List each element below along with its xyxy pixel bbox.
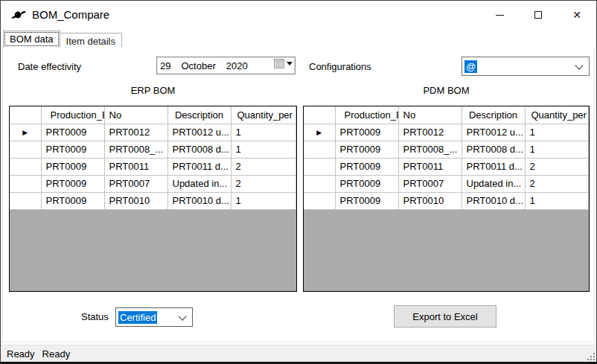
table-row: PRT0009PRT0010PRT0010 d...1 (10, 192, 296, 209)
column-header[interactable]: Production_E (335, 106, 398, 124)
tab-bom-data[interactable]: BOM data (3, 31, 60, 48)
erp-bom-grid[interactable]: Production_ENoDescriptionQuantity_per▶PR… (9, 106, 297, 292)
cell[interactable]: Updated in... (462, 175, 525, 192)
row-selector[interactable] (10, 192, 41, 209)
column-header[interactable]: No (104, 106, 167, 124)
date-effectivity-picker[interactable]: 29 October 2020 (156, 57, 296, 74)
status-selected-value: Certified (118, 311, 157, 324)
column-header[interactable]: No (398, 106, 462, 124)
cell[interactable]: PRT0011 d... (167, 158, 231, 175)
cell[interactable]: PRT0012 u... (462, 124, 525, 141)
cell[interactable]: 2 (231, 158, 296, 175)
date-effectivity-label: Date effectivity (18, 61, 81, 72)
cell[interactable]: PRT0010 d... (462, 192, 525, 209)
row-selector[interactable] (304, 158, 335, 175)
date-day: 29 (160, 60, 170, 71)
cell[interactable]: PRT0009 (335, 175, 398, 192)
close-button[interactable]: ✕ (558, 1, 596, 29)
pdm-bom-table: Production_ENoDescriptionQuantity_per▶PR… (304, 106, 589, 210)
tab-item-details[interactable]: Item details (60, 33, 122, 48)
configurations-selected-value: @ (464, 60, 477, 73)
cell[interactable]: Updated in... (167, 175, 231, 192)
close-icon: ✕ (572, 10, 581, 20)
cell[interactable]: PRT0008 d... (167, 141, 231, 158)
cell[interactable]: PRT0010 d... (167, 192, 231, 209)
calendar-icon (274, 59, 284, 68)
cell[interactable]: 2 (231, 175, 296, 192)
table-row: PRT0009PRT0008_...PRT0008 d...1 (10, 141, 296, 158)
cell[interactable]: PRT0008 d... (462, 141, 525, 158)
cell[interactable]: PRT0009 (41, 158, 104, 175)
cell[interactable]: PRT0012 u... (167, 124, 231, 141)
cell[interactable]: PRT0009 (335, 192, 398, 209)
cell[interactable]: PRT0008_... (398, 141, 462, 158)
configurations-label: Configurations (309, 61, 371, 72)
app-window: BOM_Compare ✕ BOM data Item details Date… (0, 0, 597, 364)
configurations-combobox[interactable]: @ (462, 57, 590, 76)
cell[interactable]: PRT0010 (104, 192, 167, 209)
cell[interactable]: PRT0011 (398, 158, 462, 175)
cell[interactable]: 1 (525, 141, 589, 158)
table-row: PRT0009PRT0007Updated in...2 (304, 175, 589, 192)
cell[interactable]: PRT0009 (41, 175, 104, 192)
current-row-arrow-icon[interactable]: ▶ (10, 124, 41, 141)
table-row: PRT0009PRT0011PRT0011 d...2 (304, 158, 589, 175)
title-bar[interactable]: BOM_Compare ✕ (1, 1, 596, 29)
status-label: Status (81, 311, 109, 322)
cell[interactable]: PRT0012 (104, 124, 167, 141)
cell[interactable]: 1 (525, 192, 589, 209)
resize-grip-icon[interactable] (586, 351, 595, 360)
row-selector[interactable] (304, 141, 335, 158)
cell[interactable]: PRT0009 (335, 141, 398, 158)
column-header[interactable]: Description (462, 106, 525, 124)
column-header[interactable]: Description (167, 106, 231, 124)
minimize-button[interactable] (480, 1, 519, 29)
status-bar: Ready Ready (1, 345, 596, 362)
cell[interactable]: 2 (525, 175, 589, 192)
export-to-excel-button[interactable]: Export to Excel (394, 305, 497, 328)
bom-data-tab-page: Date effectivity 29 October 2020 Configu… (2, 47, 595, 342)
minimize-icon (496, 15, 504, 16)
cell[interactable]: 1 (525, 124, 589, 141)
row-selector[interactable] (10, 141, 41, 158)
cell[interactable]: PRT0012 (398, 124, 462, 141)
cell[interactable]: 1 (231, 192, 296, 209)
current-row-arrow-icon[interactable]: ▶ (304, 124, 335, 141)
column-header[interactable]: Production_E (41, 106, 104, 124)
cell[interactable]: 1 (231, 141, 296, 158)
cell[interactable]: PRT0011 d... (462, 158, 525, 175)
cell[interactable]: PRT0009 (335, 158, 398, 175)
erp-bom-title: ERP BOM (9, 85, 297, 96)
cell[interactable]: PRT0009 (41, 124, 104, 141)
cell[interactable]: PRT0007 (104, 175, 167, 192)
row-selector[interactable] (10, 175, 41, 192)
column-header[interactable]: Quantity_per (231, 106, 296, 124)
chevron-down-icon (178, 312, 186, 320)
cell[interactable]: PRT0008_... (104, 141, 167, 158)
row-header-corner[interactable] (10, 106, 41, 124)
status-combobox[interactable]: Certified (115, 307, 193, 327)
row-header-corner[interactable] (304, 106, 335, 124)
cell[interactable]: 2 (525, 158, 589, 175)
compare-arrows-icon (10, 9, 27, 21)
table-row: PRT0009PRT0011PRT0011 d...2 (10, 158, 296, 175)
cell[interactable]: PRT0011 (104, 158, 167, 175)
status-bar-text: Ready (7, 348, 35, 360)
table-row: PRT0009PRT0008_...PRT0008 d...1 (304, 141, 589, 158)
cell[interactable]: PRT0009 (335, 124, 398, 141)
cell[interactable]: PRT0007 (398, 175, 462, 192)
cell[interactable]: PRT0009 (41, 192, 104, 209)
row-selector[interactable] (304, 175, 335, 192)
status-bar-text: Ready (42, 348, 71, 360)
pdm-bom-grid[interactable]: Production_ENoDescriptionQuantity_per▶PR… (303, 106, 590, 292)
pdm-bom-title: PDM BOM (303, 85, 590, 96)
date-dropdown-button[interactable] (274, 59, 293, 68)
cell[interactable]: 1 (231, 124, 296, 141)
row-selector[interactable] (304, 192, 335, 209)
cell[interactable]: PRT0009 (41, 141, 104, 158)
maximize-icon (534, 11, 542, 19)
column-header[interactable]: Quantity_per (525, 106, 589, 124)
cell[interactable]: PRT0010 (398, 192, 462, 209)
row-selector[interactable] (10, 158, 41, 175)
maximize-button[interactable] (519, 1, 558, 29)
